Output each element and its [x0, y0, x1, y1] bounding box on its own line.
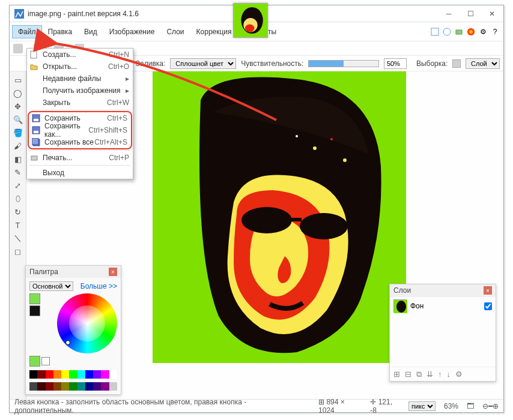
status-cursor: ✛ 121, -8: [370, 398, 400, 415]
menu-view[interactable]: Вид: [78, 25, 103, 38]
layer-props-icon[interactable]: ⚙: [455, 370, 463, 379]
menu-new[interactable]: Создать...Ctrl+N: [27, 49, 133, 61]
svg-point-15: [296, 135, 298, 137]
help-icon[interactable]: ?: [490, 27, 500, 37]
sensitivity-slider[interactable]: [308, 60, 379, 67]
svg-point-13: [313, 146, 317, 150]
delete-layer-icon[interactable]: ⊟: [405, 370, 411, 379]
layers-panel[interactable]: Слои× Фон ⊞ ⊟ ⧉ ⇊ ↑ ↓ ⚙: [389, 284, 496, 382]
secondary-color[interactable]: [29, 305, 40, 316]
primary-color[interactable]: [29, 293, 40, 304]
status-hint: Левая кнопка - заполнить область основны…: [14, 398, 302, 415]
palette-header[interactable]: Палитра×: [26, 266, 121, 278]
select-rect-tool[interactable]: ▭: [11, 74, 25, 86]
layer-row[interactable]: Фон: [390, 296, 496, 315]
palette-more[interactable]: Больше >>: [80, 282, 117, 290]
tool-icon[interactable]: [430, 27, 440, 37]
file-menu-dropdown: Создать...Ctrl+N Открыть...Ctrl+O Недавн…: [26, 48, 133, 179]
picker-tool[interactable]: ⤢: [11, 179, 25, 191]
menubar: Файл Правка Вид Изображение Слои Коррекц…: [10, 22, 503, 41]
svg-point-8: [467, 28, 475, 35]
zoom-out-icon[interactable]: 🗔: [467, 402, 474, 410]
palette-strip[interactable]: [29, 370, 117, 379]
svg-point-14: [330, 138, 333, 140]
menu-layers[interactable]: Слои: [160, 25, 190, 38]
fill-select[interactable]: Сплошной цвет: [170, 58, 236, 69]
svg-point-26: [396, 301, 406, 313]
shape-tool[interactable]: ◻: [11, 245, 25, 257]
sensitivity-input[interactable]: [384, 58, 407, 69]
colors-icon[interactable]: [466, 27, 476, 37]
svg-rect-5: [431, 28, 439, 35]
pencil-tool[interactable]: ✎: [11, 166, 25, 178]
statusbar: Левая кнопка - заполнить область основны…: [10, 399, 503, 412]
color-mode-select[interactable]: Основной: [29, 281, 73, 291]
svg-rect-21: [34, 131, 38, 133]
minimize-button[interactable]: ─: [442, 8, 455, 20]
svg-point-11: [300, 213, 348, 239]
svg-rect-12: [290, 218, 302, 221]
text-tool[interactable]: T: [11, 219, 25, 231]
menu-acquire[interactable]: Получить изображения▸: [27, 85, 133, 97]
add-layer-icon[interactable]: ⊞: [393, 370, 400, 379]
menu-save-all[interactable]: Сохранить всеCtrl+Alt+S: [29, 136, 131, 148]
canvas[interactable]: [153, 71, 406, 363]
menu-image[interactable]: Изображение: [103, 25, 161, 38]
duplicate-layer-icon[interactable]: ⧉: [416, 370, 422, 379]
svg-rect-19: [34, 119, 38, 121]
menu-print[interactable]: Печать...Ctrl+P: [27, 152, 133, 164]
move-up-icon[interactable]: ↑: [438, 370, 442, 379]
document-thumbnail[interactable]: [233, 3, 268, 38]
status-dims: ⊞ 894 × 1024: [318, 398, 362, 415]
menu-edit[interactable]: Правка: [42, 25, 79, 38]
palette-close-icon[interactable]: ×: [109, 268, 117, 276]
close-button[interactable]: ✕: [485, 8, 499, 20]
history-icon[interactable]: [442, 27, 452, 37]
crop-icon[interactable]: [13, 44, 23, 53]
sample-label: Выборка:: [416, 59, 448, 68]
menu-close[interactable]: ЗакрытьCtrl+W: [27, 97, 133, 109]
svg-point-4: [245, 25, 255, 32]
fill-tool[interactable]: 🪣: [11, 127, 25, 139]
eraser-tool[interactable]: ◧: [11, 153, 25, 165]
recolor-tool[interactable]: ↻: [11, 206, 25, 218]
menu-adjust[interactable]: Коррекция: [190, 25, 238, 38]
layers-icon[interactable]: [454, 27, 464, 37]
svg-point-6: [443, 28, 451, 35]
layers-toolbar: ⊞ ⊟ ⧉ ⇊ ↑ ↓ ⚙: [390, 367, 496, 381]
layers-header[interactable]: Слои×: [390, 284, 496, 296]
gear-icon[interactable]: ⚙: [478, 27, 488, 37]
svg-rect-17: [31, 51, 37, 58]
move-tool[interactable]: ✥: [11, 100, 25, 112]
menu-open[interactable]: Открыть...Ctrl+O: [27, 61, 133, 73]
menu-recent[interactable]: Недавние файлы▸: [27, 73, 133, 85]
brush-tool[interactable]: 🖌: [11, 140, 25, 152]
palette-strip2[interactable]: [29, 382, 117, 391]
clone-tool[interactable]: ⬯: [11, 193, 25, 205]
sens-label: Чувствительность:: [241, 59, 303, 68]
swatch[interactable]: [29, 356, 40, 367]
sample-icon: [452, 59, 461, 68]
bw-swap-icon[interactable]: [41, 357, 50, 365]
svg-rect-24: [31, 156, 37, 160]
palette-panel[interactable]: Палитра× Основной Больше >>: [25, 265, 121, 395]
toolbox: ▭ ◯ ✥ 🔍 🪣 🖌 ◧ ✎ ⤢ ⬯ ↻ T ＼ ◻: [10, 71, 26, 399]
line-tool[interactable]: ＼: [11, 232, 25, 244]
layer-thumb: [393, 299, 407, 313]
zoom-slider-icon[interactable]: ⊖━⊕: [482, 402, 499, 410]
layer-visible-checkbox[interactable]: [484, 302, 492, 310]
lasso-tool[interactable]: ◯: [11, 87, 25, 99]
svg-point-10: [241, 207, 292, 233]
menu-exit[interactable]: Выход: [27, 167, 133, 179]
sample-select[interactable]: Слой: [466, 58, 500, 69]
zoom-tool[interactable]: 🔍: [11, 113, 25, 125]
layers-close-icon[interactable]: ×: [484, 286, 492, 295]
status-unit[interactable]: пикс: [408, 401, 436, 411]
menu-save-as[interactable]: Сохранить как...Ctrl+Shift+S: [29, 124, 131, 136]
menu-file[interactable]: Файл: [12, 25, 42, 38]
merge-down-icon[interactable]: ⇊: [426, 370, 433, 379]
color-wheel[interactable]: [57, 293, 117, 353]
maximize-button[interactable]: ☐: [464, 8, 477, 20]
move-down-icon[interactable]: ↓: [447, 370, 451, 379]
svg-rect-7: [456, 30, 462, 34]
